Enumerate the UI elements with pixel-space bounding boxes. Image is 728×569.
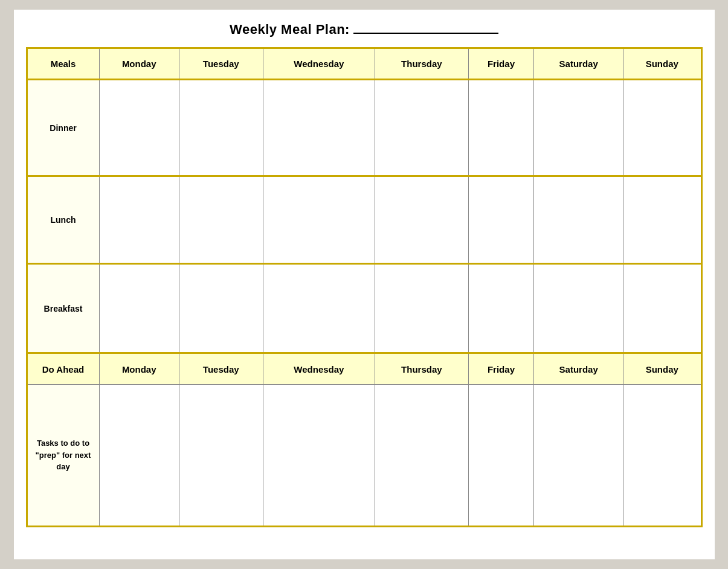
- tasks-row: Tasks to do to "prep" for next day: [27, 385, 701, 527]
- dinner-friday[interactable]: [468, 80, 534, 176]
- page-title: Weekly Meal Plan:: [230, 22, 498, 37]
- lunch-sunday[interactable]: [623, 176, 701, 264]
- meals-header: Meals: [27, 48, 99, 80]
- do-ahead-header: Do Ahead: [27, 353, 99, 385]
- breakfast-sunday[interactable]: [623, 264, 701, 353]
- lunch-saturday[interactable]: [534, 176, 623, 264]
- do-ahead-friday-header: Friday: [468, 353, 534, 385]
- do-ahead-tuesday-header: Tuesday: [179, 353, 263, 385]
- saturday-header: Saturday: [534, 48, 623, 80]
- tasks-monday[interactable]: [99, 385, 179, 527]
- breakfast-label: Breakfast: [27, 264, 99, 353]
- title-text: Weekly Meal Plan:: [230, 22, 350, 37]
- tasks-thursday[interactable]: [375, 385, 468, 527]
- breakfast-monday[interactable]: [99, 264, 179, 353]
- dinner-thursday[interactable]: [375, 80, 468, 176]
- page-container: Weekly Meal Plan: Meals Monday Tuesday W…: [14, 10, 715, 559]
- title-underline: [353, 33, 498, 34]
- sunday-header: Sunday: [623, 48, 701, 80]
- do-ahead-wednesday-header: Wednesday: [263, 353, 375, 385]
- tuesday-header: Tuesday: [179, 48, 263, 80]
- breakfast-row: Breakfast: [27, 264, 701, 353]
- monday-header: Monday: [99, 48, 179, 80]
- dinner-saturday[interactable]: [534, 80, 623, 176]
- breakfast-wednesday[interactable]: [263, 264, 375, 353]
- dinner-sunday[interactable]: [623, 80, 701, 176]
- breakfast-tuesday[interactable]: [179, 264, 263, 353]
- dinner-label: Dinner: [27, 80, 99, 176]
- do-ahead-header-row: Do Ahead Monday Tuesday Wednesday Thursd…: [27, 353, 701, 385]
- lunch-label: Lunch: [27, 176, 99, 264]
- dinner-tuesday[interactable]: [179, 80, 263, 176]
- do-ahead-sunday-header: Sunday: [623, 353, 701, 385]
- dinner-wednesday[interactable]: [263, 80, 375, 176]
- lunch-monday[interactable]: [99, 176, 179, 264]
- meal-plan-table: Meals Monday Tuesday Wednesday Thursday …: [26, 47, 703, 527]
- lunch-row: Lunch: [27, 176, 701, 264]
- dinner-monday[interactable]: [99, 80, 179, 176]
- lunch-friday[interactable]: [468, 176, 534, 264]
- breakfast-friday[interactable]: [468, 264, 534, 353]
- tasks-sunday[interactable]: [623, 385, 701, 527]
- tasks-saturday[interactable]: [534, 385, 623, 527]
- lunch-tuesday[interactable]: [179, 176, 263, 264]
- do-ahead-monday-header: Monday: [99, 353, 179, 385]
- tasks-friday[interactable]: [468, 385, 534, 527]
- tasks-wednesday[interactable]: [263, 385, 375, 527]
- do-ahead-saturday-header: Saturday: [534, 353, 623, 385]
- breakfast-saturday[interactable]: [534, 264, 623, 353]
- tasks-label: Tasks to do to "prep" for next day: [27, 385, 99, 527]
- do-ahead-thursday-header: Thursday: [375, 353, 468, 385]
- tasks-tuesday[interactable]: [179, 385, 263, 527]
- breakfast-thursday[interactable]: [375, 264, 468, 353]
- lunch-wednesday[interactable]: [263, 176, 375, 264]
- dinner-row: Dinner: [27, 80, 701, 176]
- friday-header: Friday: [468, 48, 534, 80]
- wednesday-header: Wednesday: [263, 48, 375, 80]
- days-header-row: Meals Monday Tuesday Wednesday Thursday …: [27, 48, 701, 80]
- thursday-header: Thursday: [375, 48, 468, 80]
- lunch-thursday[interactable]: [375, 176, 468, 264]
